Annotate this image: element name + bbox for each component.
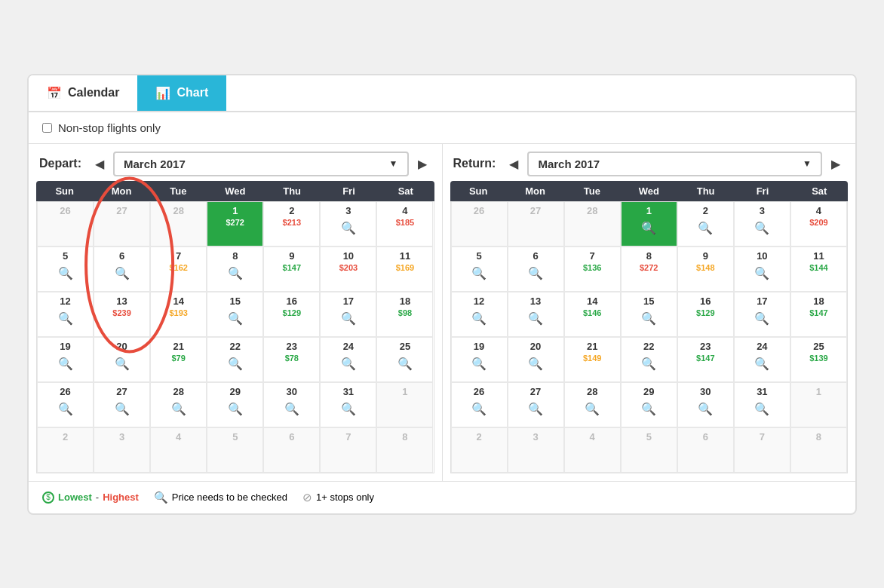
- calendar-cell[interactable]: 24🔍: [320, 337, 376, 382]
- search-icon[interactable]: 🔍: [341, 311, 356, 326]
- calendar-cell[interactable]: 27: [94, 201, 150, 247]
- calendar-cell[interactable]: 6: [263, 427, 320, 473]
- search-icon[interactable]: 🔍: [754, 221, 769, 235]
- calendar-cell[interactable]: 18$98: [376, 292, 433, 337]
- search-icon[interactable]: 🔍: [754, 357, 769, 371]
- search-icon[interactable]: 🔍: [471, 402, 487, 416]
- search-icon[interactable]: 🔍: [641, 221, 656, 235]
- calendar-cell[interactable]: 10🔍: [734, 247, 790, 292]
- calendar-cell[interactable]: 9$147: [263, 247, 320, 292]
- search-icon[interactable]: 🔍: [585, 402, 600, 416]
- search-icon[interactable]: 🔍: [528, 402, 543, 416]
- calendar-cell[interactable]: 27: [508, 201, 564, 247]
- calendar-cell[interactable]: 13$239: [94, 292, 150, 337]
- calendar-cell[interactable]: 1🔍: [621, 201, 677, 247]
- search-icon[interactable]: 🔍: [528, 311, 543, 326]
- calendar-cell[interactable]: 21$149: [564, 337, 621, 382]
- calendar-cell[interactable]: 2: [451, 427, 508, 473]
- calendar-cell[interactable]: 2🔍: [677, 201, 734, 247]
- calendar-cell[interactable]: 4$209: [790, 201, 847, 247]
- calendar-cell[interactable]: 31🔍: [734, 382, 790, 427]
- search-icon[interactable]: 🔍: [341, 357, 356, 371]
- search-icon[interactable]: 🔍: [341, 221, 356, 235]
- depart-next-button[interactable]: ▶: [413, 155, 431, 173]
- depart-prev-button[interactable]: ◀: [91, 155, 109, 173]
- search-icon[interactable]: 🔍: [471, 266, 487, 280]
- calendar-cell[interactable]: 15🔍: [207, 292, 263, 337]
- calendar-cell[interactable]: 7$162: [150, 247, 207, 292]
- search-icon[interactable]: 🔍: [228, 357, 243, 371]
- calendar-cell[interactable]: 19🔍: [37, 337, 94, 382]
- calendar-cell[interactable]: 5🔍: [37, 247, 94, 292]
- calendar-cell[interactable]: 9$148: [677, 247, 734, 292]
- calendar-cell[interactable]: 30🔍: [263, 382, 320, 427]
- calendar-cell[interactable]: 8: [790, 427, 847, 473]
- calendar-cell[interactable]: 18$147: [790, 292, 847, 337]
- calendar-cell[interactable]: 14$146: [564, 292, 621, 337]
- calendar-cell[interactable]: 28: [150, 201, 207, 247]
- calendar-cell[interactable]: 3🔍: [320, 201, 376, 247]
- search-icon[interactable]: 🔍: [171, 402, 186, 416]
- calendar-cell[interactable]: 26: [451, 201, 508, 247]
- calendar-cell[interactable]: 23$147: [677, 337, 734, 382]
- calendar-cell[interactable]: 31🔍: [320, 382, 376, 427]
- calendar-cell[interactable]: 15🔍: [621, 292, 677, 337]
- calendar-cell[interactable]: 7: [320, 427, 376, 473]
- search-icon[interactable]: 🔍: [754, 266, 769, 280]
- search-icon[interactable]: 🔍: [115, 357, 130, 371]
- calendar-cell[interactable]: 2$213: [263, 201, 320, 247]
- calendar-cell[interactable]: 11$169: [376, 247, 433, 292]
- return-month-button[interactable]: March 2017 ▼: [527, 152, 822, 176]
- calendar-cell[interactable]: 1: [790, 382, 847, 427]
- calendar-cell[interactable]: 30🔍: [677, 382, 734, 427]
- search-icon[interactable]: 🔍: [58, 357, 73, 371]
- nonstop-checkbox[interactable]: [42, 123, 52, 133]
- search-icon[interactable]: 🔍: [341, 402, 356, 416]
- search-icon[interactable]: 🔍: [471, 357, 487, 371]
- search-icon[interactable]: 🔍: [698, 402, 713, 416]
- calendar-cell[interactable]: 12🔍: [451, 292, 508, 337]
- calendar-cell[interactable]: 7$136: [564, 247, 621, 292]
- search-icon[interactable]: 🔍: [641, 311, 656, 326]
- search-icon[interactable]: 🔍: [58, 311, 73, 326]
- search-icon[interactable]: 🔍: [754, 311, 769, 326]
- return-prev-button[interactable]: ◀: [505, 155, 523, 173]
- calendar-cell[interactable]: 17🔍: [734, 292, 790, 337]
- calendar-cell[interactable]: 5: [621, 427, 677, 473]
- search-icon[interactable]: 🔍: [115, 266, 130, 280]
- calendar-cell[interactable]: 7: [734, 427, 790, 473]
- calendar-cell[interactable]: 10$203: [320, 247, 376, 292]
- search-icon[interactable]: 🔍: [228, 402, 243, 416]
- calendar-cell[interactable]: 17🔍: [320, 292, 376, 337]
- calendar-cell[interactable]: 29🔍: [207, 382, 263, 427]
- calendar-cell[interactable]: 14$193: [150, 292, 207, 337]
- calendar-cell[interactable]: 24🔍: [734, 337, 790, 382]
- calendar-cell[interactable]: 16$129: [677, 292, 734, 337]
- return-next-button[interactable]: ▶: [827, 155, 845, 173]
- calendar-cell[interactable]: 6🔍: [94, 247, 150, 292]
- calendar-cell[interactable]: 4: [150, 427, 207, 473]
- calendar-cell[interactable]: 26: [37, 201, 94, 247]
- calendar-cell[interactable]: 6: [677, 427, 734, 473]
- calendar-cell[interactable]: 16$129: [263, 292, 320, 337]
- tab-calendar[interactable]: 📅 Calendar: [29, 75, 137, 111]
- search-icon[interactable]: 🔍: [58, 266, 73, 280]
- calendar-cell[interactable]: 12🔍: [37, 292, 94, 337]
- search-icon[interactable]: 🔍: [58, 402, 73, 416]
- calendar-cell[interactable]: 26🔍: [451, 382, 508, 427]
- calendar-cell[interactable]: 28🔍: [150, 382, 207, 427]
- calendar-cell[interactable]: 3🔍: [734, 201, 790, 247]
- calendar-cell[interactable]: 28🔍: [564, 382, 621, 427]
- tab-chart[interactable]: 📊 Chart: [137, 75, 226, 111]
- calendar-cell[interactable]: 4$185: [376, 201, 433, 247]
- search-icon[interactable]: 🔍: [698, 221, 713, 235]
- calendar-cell[interactable]: 6🔍: [508, 247, 564, 292]
- calendar-cell[interactable]: 13🔍: [508, 292, 564, 337]
- search-icon[interactable]: 🔍: [284, 402, 299, 416]
- search-icon[interactable]: 🔍: [397, 357, 413, 371]
- search-icon[interactable]: 🔍: [115, 402, 130, 416]
- calendar-cell[interactable]: 3: [508, 427, 564, 473]
- calendar-cell[interactable]: 8$272: [621, 247, 677, 292]
- calendar-cell[interactable]: 26🔍: [37, 382, 94, 427]
- search-icon[interactable]: 🔍: [228, 266, 243, 280]
